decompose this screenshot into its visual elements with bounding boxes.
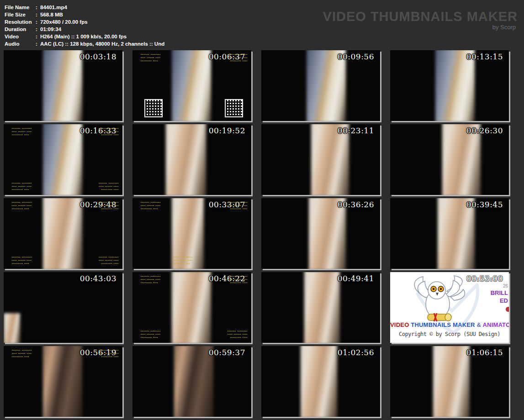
- video-thumbnail: 00:46:22 ▪▪▪▪▪▪▪ ▪▪▪▪▪▪▪▪▪▪▪▪ ▪▪▪▪▪▪ ▪▪▪…: [132, 272, 251, 343]
- watermark-text: ▪▪▪▪▪▪▪ ▪▪▪▪▪▪▪▪▪▪▪▪ ▪▪▪▪▪▪ ▪▪▪▪▪▪▪▪▪▪▪▪…: [173, 256, 228, 265]
- field-separator: :: [36, 40, 40, 47]
- vtm-logo-card: 00:53:00 26 BRILL ED VIDEO THUMBNAILS MA…: [390, 272, 509, 343]
- video-thumbnail: 00:19:52: [132, 124, 251, 195]
- timestamp-label: 00:39:45: [466, 200, 503, 209]
- field-value: 01:09:34: [40, 26, 61, 33]
- file-info-block: File Name:84401.mp4 File Size:568.8 MB R…: [5, 4, 164, 47]
- field-separator: :: [36, 33, 40, 40]
- video-thumbnail: 00:03:18: [4, 50, 122, 121]
- field-label: File Size: [5, 11, 36, 18]
- clipped-text: BRILL: [491, 289, 508, 296]
- field-separator: :: [36, 4, 40, 11]
- frame-content: [301, 346, 338, 417]
- watermark-text: ▪▪▪▪▪▪▪ ▪▪▪▪▪▪▪▪▪▪▪▪ ▪▪▪▪▪▪ ▪▪▪▪▪▪▪▪▪▪▪▪…: [141, 53, 186, 63]
- app-title: VIDEO THUMBNAILS MAKER: [323, 9, 518, 24]
- timestamp-label: 01:02:56: [338, 348, 374, 357]
- watermark-text: ▪▪▪▪▪▪▪ ▪▪▪▪▪▪▪▪▪▪▪▪ ▪▪▪▪▪▪ ▪▪▪▪▪▪▪▪▪▪▪▪…: [74, 349, 119, 358]
- frame-content: [174, 346, 213, 417]
- logo-title-amp: &: [477, 321, 482, 328]
- watermark-text: ▪▪▪▪▪▪▪ ▪▪▪▪▪▪▪▪▪▪▪▪ ▪▪▪▪▪▪ ▪▪▪▪▪▪▪▪▪▪▪▪…: [141, 201, 186, 210]
- file-info-header: File Name:84401.mp4 File Size:568.8 MB R…: [0, 0, 524, 48]
- logo-title-thumbnails: THUMBNAILS: [411, 321, 451, 328]
- field-label: Duration: [5, 26, 36, 33]
- video-thumbnail: 00:43:03: [4, 272, 122, 343]
- watermark-text: ▪▪▪▪▪▪▪ ▪▪▪▪▪▪▪▪▪▪▪▪ ▪▪▪▪▪▪ ▪▪▪▪▪▪▪▪▪▪▪▪…: [202, 330, 248, 339]
- frame-content: [166, 124, 206, 195]
- field-label: Audio: [5, 40, 36, 47]
- video-thumbnail: 00:33:07 ▪▪▪▪▪▪▪ ▪▪▪▪▪▪▪▪▪▪▪▪ ▪▪▪▪▪▪ ▪▪▪…: [132, 198, 251, 269]
- clipped-text: 26: [503, 284, 508, 289]
- video-thumbnail: 00:13:15: [390, 50, 509, 121]
- field-separator: :: [36, 26, 40, 33]
- frame-content: [4, 313, 20, 343]
- video-codec-row: Video:H264 (Main) :: 1 009 kb/s, 20.00 f…: [5, 33, 164, 40]
- video-thumbnail: 00:29:48 ▪▪▪▪▪▪▪ ▪▪▪▪▪▪▪▪▪▪▪▪ ▪▪▪▪▪▪ ▪▪▪…: [4, 198, 122, 269]
- timestamp-label: 00:36:26: [338, 200, 374, 209]
- watermark-text: ▪▪▪▪▪▪▪ ▪▪▪▪▪▪▪▪▪▪▪▪ ▪▪▪▪▪▪ ▪▪▪▪▪▪▪▪▪▪▪▪…: [74, 256, 119, 265]
- owl-logo-icon: [409, 274, 469, 326]
- watermark-text: ▪▪▪▪▪▪▪ ▪▪▪▪▪▪▪▪▪▪▪▪ ▪▪▪▪▪▪ ▪▪▪▪▪▪▪▪▪▪▪▪…: [202, 201, 248, 210]
- file-size-row: File Size:568.8 MB: [5, 11, 164, 18]
- timestamp-label: 00:49:41: [338, 274, 374, 283]
- thumbnail-grid: 00:03:18 00:06:37 ▪▪▪▪▪▪▪ ▪▪▪▪▪▪▪▪▪▪▪▪ ▪…: [4, 50, 509, 417]
- timestamp-label: 00:53:00: [466, 274, 503, 283]
- watermark-text: ▪▪▪▪▪▪▪ ▪▪▪▪▪▪▪▪▪▪▪▪ ▪▪▪▪▪▪ ▪▪▪▪▪▪▪▪▪▪▪▪…: [74, 127, 119, 136]
- app-brand: VIDEO THUMBNAILS MAKER by Scorp: [323, 9, 518, 31]
- video-thumbnail: 00:59:37: [132, 346, 251, 417]
- video-thumbnail: 00:09:56: [261, 50, 380, 121]
- clipped-red-fragment: [506, 307, 509, 312]
- field-label: File Name: [5, 4, 36, 11]
- frame-content: [43, 50, 82, 121]
- logo-title-maker: MAKER: [453, 321, 475, 328]
- timestamp-label: 00:13:15: [466, 52, 503, 61]
- watermark-text: ▪▪▪▪▪▪▪ ▪▪▪▪▪▪▪▪▪▪▪▪ ▪▪▪▪▪▪ ▪▪▪▪▪▪▪▪▪▪▪▪…: [12, 182, 57, 191]
- frame-content: [304, 272, 340, 343]
- video-thumbnail: 01:02:56: [261, 346, 380, 417]
- video-thumbnail: 00:56:19 ▪▪▪▪▪▪▪ ▪▪▪▪▪▪▪▪▪▪▪▪ ▪▪▪▪▪▪ ▪▪▪…: [4, 346, 122, 417]
- timestamp-label: 00:43:03: [80, 274, 116, 283]
- clipped-text: ED: [500, 297, 508, 304]
- logo-copyright: Copyright © by Scorp (SUU Design): [390, 331, 509, 337]
- video-thumbnail: 00:23:11: [261, 124, 380, 195]
- watermark-text: ▪▪▪▪▪▪▪ ▪▪▪▪▪▪▪▪▪▪▪▪ ▪▪▪▪▪▪ ▪▪▪▪▪▪▪▪▪▪▪▪…: [12, 127, 57, 136]
- resolution-row: Resolution:720x480 / 20.00 fps: [5, 18, 164, 26]
- field-value: H264 (Main) :: 1 009 kb/s, 20.00 fps: [40, 33, 127, 40]
- video-thumbnail: 00:49:41: [261, 272, 380, 343]
- timestamp-label: 00:59:37: [209, 348, 245, 357]
- qr-code: [225, 99, 243, 117]
- watermark-text: ▪▪▪▪▪▪▪ ▪▪▪▪▪▪▪▪▪▪▪▪ ▪▪▪▪▪▪ ▪▪▪▪▪▪▪▪▪▪▪▪…: [202, 53, 248, 63]
- watermark-text: ▪▪▪▪▪▪▪ ▪▪▪▪▪▪▪▪▪▪▪▪ ▪▪▪▪▪▪ ▪▪▪▪▪▪▪▪▪▪▪▪…: [12, 201, 57, 210]
- audio-codec-row: Audio:AAC (LC) :: 128 kbps, 48000 Hz, 2 …: [5, 40, 164, 47]
- timestamp-label: 00:03:18: [80, 52, 116, 61]
- video-thumbnail: 00:39:45: [390, 198, 509, 269]
- field-separator: :: [36, 11, 40, 18]
- timestamp-label: 00:26:30: [466, 126, 503, 135]
- field-value: 720x480 / 20.00 fps: [40, 18, 88, 26]
- file-name-row: File Name:84401.mp4: [5, 4, 164, 11]
- video-thumbnail: 00:26:30: [390, 124, 509, 195]
- timestamp-label: 00:23:11: [338, 126, 374, 135]
- watermark-text: ▪▪▪▪▪▪▪ ▪▪▪▪▪▪▪▪▪▪▪▪ ▪▪▪▪▪▪ ▪▪▪▪▪▪▪▪▪▪▪▪…: [74, 182, 119, 191]
- video-thumbnail: 01:06:15: [390, 346, 509, 417]
- watermark-text: ▪▪▪▪▪▪▪ ▪▪▪▪▪▪▪▪▪▪▪▪ ▪▪▪▪▪▪ ▪▪▪▪▪▪▪▪▪▪▪▪…: [202, 275, 248, 284]
- frame-content: [433, 346, 470, 417]
- watermark-text: ▪▪▪▪▪▪▪ ▪▪▪▪▪▪▪▪▪▪▪▪ ▪▪▪▪▪▪ ▪▪▪▪▪▪▪▪▪▪▪▪…: [12, 349, 57, 358]
- field-value: AAC (LC) :: 128 kbps, 48000 Hz, 2 channe…: [40, 40, 164, 47]
- timestamp-label: 00:09:56: [338, 52, 374, 61]
- field-label: Video: [5, 33, 36, 40]
- watermark-text: ▪▪▪▪▪▪▪ ▪▪▪▪▪▪▪▪▪▪▪▪ ▪▪▪▪▪▪ ▪▪▪▪▪▪▪▪▪▪▪▪…: [74, 201, 119, 210]
- watermark-text: ▪▪▪▪▪▪▪ ▪▪▪▪▪▪▪▪▪▪▪▪ ▪▪▪▪▪▪ ▪▪▪▪▪▪▪▪▪▪▪▪…: [141, 275, 186, 284]
- watermark-text: ▪▪▪▪▪▪▪ ▪▪▪▪▪▪▪▪▪▪▪▪ ▪▪▪▪▪▪ ▪▪▪▪▪▪▪▪▪▪▪▪…: [141, 330, 186, 339]
- field-separator: :: [36, 18, 40, 26]
- video-thumbnail: 00:36:26: [261, 198, 380, 269]
- watermark-text: ▪▪▪▪▪▪▪ ▪▪▪▪▪▪▪▪▪▪▪▪ ▪▪▪▪▪▪ ▪▪▪▪▪▪▪▪▪▪▪▪…: [12, 256, 57, 265]
- logo-title-animator: ANIMATOR: [482, 321, 509, 328]
- field-value: 84401.mp4: [40, 4, 67, 11]
- qr-code: [144, 99, 163, 117]
- timestamp-label: 01:06:15: [466, 348, 503, 357]
- logo-title: VIDEO THUMBNAILS MAKER & ANIMATOR: [390, 321, 509, 328]
- video-thumbnail: 00:16:33 ▪▪▪▪▪▪▪ ▪▪▪▪▪▪▪▪▪▪▪▪ ▪▪▪▪▪▪ ▪▪▪…: [4, 124, 122, 195]
- app-byline: by Scorp: [323, 24, 516, 31]
- video-thumbnail: 00:06:37 ▪▪▪▪▪▪▪ ▪▪▪▪▪▪▪▪▪▪▪▪ ▪▪▪▪▪▪ ▪▪▪…: [132, 50, 251, 121]
- field-label: Resolution: [5, 18, 36, 26]
